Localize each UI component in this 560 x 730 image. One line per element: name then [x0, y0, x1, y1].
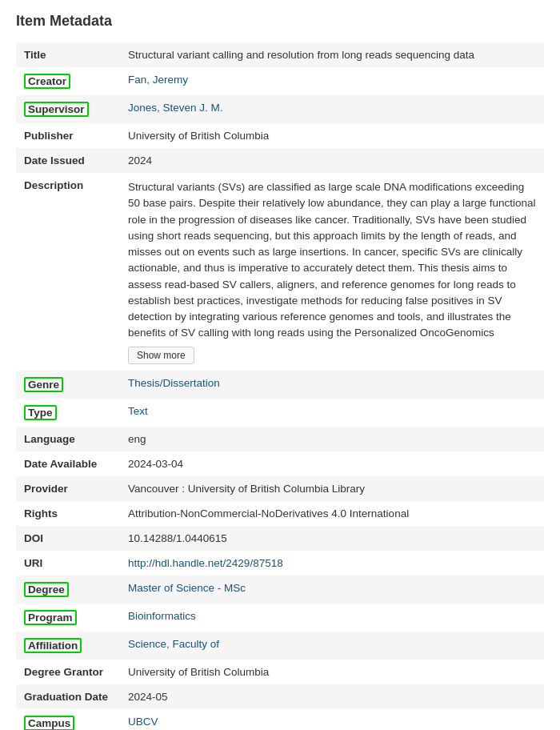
metadata-row-date-issued: Date Issued2024	[16, 148, 544, 173]
metadata-row-doi: DOI10.14288/1.0440615	[16, 526, 544, 551]
value-provider: Vancouver : University of British Columb…	[120, 476, 544, 501]
label-degree: Degree	[24, 582, 69, 597]
metadata-row-provider: ProviderVancouver : University of Britis…	[16, 476, 544, 501]
value-genre[interactable]: Thesis/Dissertation	[120, 371, 544, 399]
show-more-button[interactable]: Show more	[128, 347, 194, 364]
label-rights: Rights	[16, 501, 120, 526]
label-date-available: Date Available	[16, 451, 120, 476]
value-supervisor[interactable]: Jones, Steven J. M.	[120, 95, 544, 123]
value-type[interactable]: Text	[120, 399, 544, 427]
label-program: Program	[24, 610, 77, 625]
description-text: Structural variants (SVs) are classified…	[128, 179, 536, 342]
label-type: Type	[24, 405, 57, 420]
value-creator[interactable]: Fan, Jeremy	[120, 67, 544, 95]
label-degree-grantor: Degree Grantor	[16, 660, 120, 684]
page-title: Item Metadata	[16, 13, 544, 30]
label-publisher: Publisher	[16, 123, 120, 148]
value-degree-grantor: University of British Columbia	[120, 660, 544, 684]
metadata-row-language: Languageeng	[16, 427, 544, 451]
label-campus: Campus	[24, 716, 74, 731]
metadata-row-publisher: PublisherUniversity of British Columbia	[16, 123, 544, 148]
label-creator: Creator	[24, 74, 70, 89]
label-title: Title	[16, 42, 120, 67]
metadata-row-degree-grantor: Degree GrantorUniversity of British Colu…	[16, 660, 544, 684]
value-affiliation[interactable]: Science, Faculty of	[120, 632, 544, 660]
value-date-available: 2024-03-04	[120, 451, 544, 476]
metadata-row-genre: GenreThesis/Dissertation	[16, 371, 544, 399]
label-supervisor: Supervisor	[24, 102, 89, 117]
metadata-row-type: TypeText	[16, 399, 544, 427]
metadata-row-uri: URIhttp://hdl.handle.net/2429/87518	[16, 551, 544, 576]
value-uri[interactable]: http://hdl.handle.net/2429/87518	[120, 551, 544, 576]
label-provider: Provider	[16, 476, 120, 501]
metadata-row-date-available: Date Available2024-03-04	[16, 451, 544, 476]
link-genre[interactable]: Thesis/Dissertation	[128, 377, 220, 389]
page-container: Item Metadata TitleStructural variant ca…	[0, 0, 560, 730]
value-graduation-date: 2024-05	[120, 684, 544, 709]
metadata-row-creator: CreatorFan, Jeremy	[16, 67, 544, 95]
value-language: eng	[120, 427, 544, 451]
metadata-row-description: DescriptionStructural variants (SVs) are…	[16, 173, 544, 371]
metadata-row-graduation-date: Graduation Date2024-05	[16, 684, 544, 709]
link-type[interactable]: Text	[128, 405, 148, 417]
link-creator[interactable]: Fan, Jeremy	[128, 74, 188, 86]
metadata-row-rights: RightsAttribution-NonCommercial-NoDeriva…	[16, 501, 544, 526]
label-doi: DOI	[16, 526, 120, 551]
metadata-row-campus: CampusUBCV	[16, 709, 544, 731]
link-affiliation[interactable]: Science, Faculty of	[128, 638, 219, 650]
link-degree[interactable]: Master of Science - MSc	[128, 582, 246, 594]
metadata-table: TitleStructural variant calling and reso…	[16, 42, 544, 730]
label-genre: Genre	[24, 377, 63, 392]
label-date-issued: Date Issued	[16, 148, 120, 173]
metadata-row-program: ProgramBioinformatics	[16, 604, 544, 632]
metadata-row-title: TitleStructural variant calling and reso…	[16, 42, 544, 67]
link-uri[interactable]: http://hdl.handle.net/2429/87518	[128, 557, 283, 569]
link-supervisor[interactable]: Jones, Steven J. M.	[128, 102, 223, 114]
label-uri: URI	[16, 551, 120, 576]
value-date-issued: 2024	[120, 148, 544, 173]
metadata-row-supervisor: SupervisorJones, Steven J. M.	[16, 95, 544, 123]
link-program[interactable]: Bioinformatics	[128, 610, 196, 622]
label-description: Description	[16, 173, 120, 371]
value-publisher: University of British Columbia	[120, 123, 544, 148]
value-rights: Attribution-NonCommercial-NoDerivatives …	[120, 501, 544, 526]
label-language: Language	[16, 427, 120, 451]
link-campus[interactable]: UBCV	[128, 716, 158, 728]
label-affiliation: Affiliation	[24, 638, 82, 653]
value-campus[interactable]: UBCV	[120, 709, 544, 731]
metadata-row-degree: DegreeMaster of Science - MSc	[16, 576, 544, 604]
value-degree[interactable]: Master of Science - MSc	[120, 576, 544, 604]
metadata-row-affiliation: AffiliationScience, Faculty of	[16, 632, 544, 660]
value-description: Structural variants (SVs) are classified…	[120, 173, 544, 371]
value-doi: 10.14288/1.0440615	[120, 526, 544, 551]
value-title: Structural variant calling and resolutio…	[120, 42, 544, 67]
value-program[interactable]: Bioinformatics	[120, 604, 544, 632]
label-graduation-date: Graduation Date	[16, 684, 120, 709]
